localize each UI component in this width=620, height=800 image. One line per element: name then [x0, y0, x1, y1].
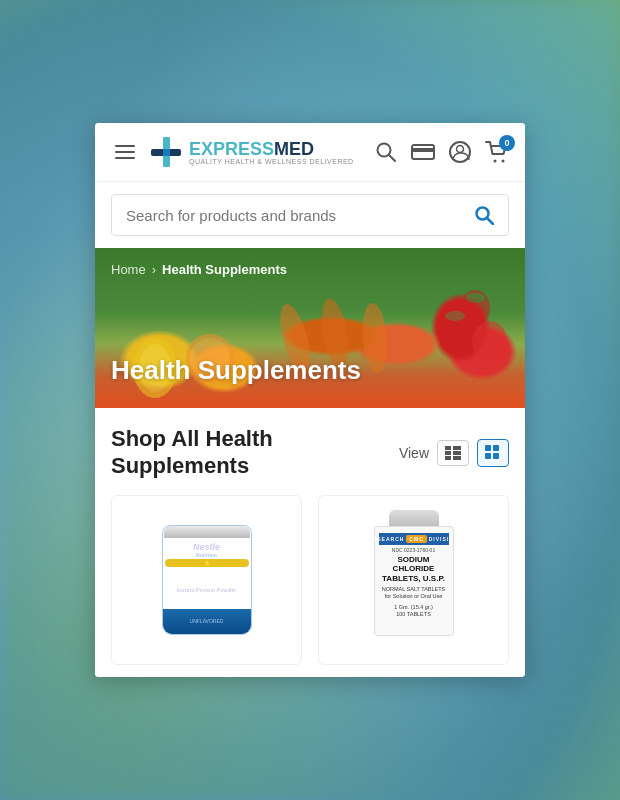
shop-title: Shop All Health Supplements: [111, 426, 399, 479]
svg-rect-33: [485, 445, 491, 451]
grid-view-icon: [485, 445, 501, 461]
svg-point-11: [494, 160, 497, 163]
can-top: [164, 526, 250, 538]
svg-line-14: [487, 218, 493, 224]
list-view-button[interactable]: [437, 440, 469, 466]
breadcrumb-home[interactable]: Home: [111, 262, 146, 277]
can-lines: [163, 580, 251, 587]
svg-rect-34: [493, 445, 499, 451]
cart-button[interactable]: 0: [485, 141, 509, 163]
bottle-subtitle: NORMAL SALT TABLETSfor Solution or Oral …: [382, 586, 446, 600]
bottle-ndc: NDC 0223-1760-01: [392, 547, 435, 553]
list-view-icon: [445, 446, 461, 460]
hamburger-line-2: [115, 151, 135, 153]
search-icon: [375, 141, 397, 163]
svg-line-6: [389, 155, 395, 161]
svg-point-10: [457, 146, 464, 153]
bottle-body: RESEARCH CMC DIVISION NDC 0223-1760-01 S…: [374, 526, 454, 636]
search-input[interactable]: [126, 207, 474, 224]
account-button[interactable]: [449, 141, 471, 163]
shop-header: Shop All Health Supplements View: [111, 426, 509, 479]
product-card-beneprotein[interactable]: Nestle Nutrition ⭐ Beneprotein Instant P…: [111, 495, 302, 665]
can-badge: ⭐: [165, 559, 249, 567]
breadcrumb: Home › Health Supplements: [111, 262, 287, 277]
product-grid: Nestle Nutrition ⭐ Beneprotein Instant P…: [111, 495, 509, 665]
svg-point-23: [472, 321, 508, 365]
logo-cross-icon: [149, 135, 183, 169]
svg-rect-30: [453, 451, 461, 455]
view-label: View: [399, 445, 429, 461]
shop-section: Shop All Health Supplements View: [95, 408, 525, 677]
breadcrumb-current: Health Supplements: [162, 262, 287, 277]
cart-badge: 0: [499, 135, 515, 151]
can-line-3: [171, 586, 241, 587]
logo-text: EXPRESSMED QUALITY HEALTH & WELLNESS DEL…: [189, 140, 354, 165]
breadcrumb-separator: ›: [152, 262, 156, 277]
search-bar[interactable]: [111, 194, 509, 236]
main-card: EXPRESSMED QUALITY HEALTH & WELLNESS DEL…: [95, 123, 525, 677]
can-sub-label: Nutrition: [165, 552, 249, 558]
hamburger-line-3: [115, 157, 135, 159]
can-bottom: UNFLAVORED: [163, 609, 251, 634]
beneprotein-product: Nestle Nutrition ⭐ Beneprotein Instant P…: [147, 510, 267, 650]
logo-area[interactable]: EXPRESSMED QUALITY HEALTH & WELLNESS DEL…: [149, 135, 365, 169]
can-bottom-label: UNFLAVORED: [190, 618, 224, 624]
svg-rect-27: [445, 446, 451, 450]
can-description: Instant Protein Powder: [165, 587, 249, 593]
svg-point-12: [502, 160, 505, 163]
can-line-2: [171, 583, 241, 584]
svg-point-21: [360, 302, 390, 374]
hamburger-line-1: [115, 145, 135, 147]
svg-rect-3: [163, 155, 170, 167]
search-icon-button[interactable]: [375, 141, 397, 163]
sodium-chloride-bottle: RESEARCH CMC DIVISION NDC 0223-1760-01 S…: [364, 510, 464, 650]
hero-title: Health Supplements: [111, 355, 361, 386]
search-submit-button[interactable]: [474, 205, 494, 225]
logo-tagline: QUALITY HEALTH & WELLNESS DELIVERED: [189, 158, 354, 165]
svg-point-25: [465, 293, 485, 303]
header-icons: 0: [375, 141, 509, 163]
bottle-product-name: SODIUM CHLORIDE TABLETS, U.S.P.: [379, 555, 449, 584]
site-header: EXPRESSMED QUALITY HEALTH & WELLNESS DEL…: [95, 123, 525, 182]
card-icon: [411, 143, 435, 161]
svg-rect-29: [445, 451, 451, 455]
hero-banner: Home › Health Supplements Health Supplem…: [95, 248, 525, 408]
can-brand-label: Nestle: [165, 542, 249, 552]
logo-name: EXPRESSMED: [189, 140, 354, 158]
svg-rect-28: [453, 446, 461, 450]
payment-card-button[interactable]: [411, 143, 435, 161]
product-card-sodium-chloride[interactable]: RESEARCH CMC DIVISION NDC 0223-1760-01 S…: [318, 495, 509, 665]
beneprotein-can: Nestle Nutrition ⭐ Beneprotein Instant P…: [162, 525, 252, 635]
svg-point-26: [445, 311, 465, 321]
bottle-dosage: 1 Gm. (15.4 gr.)100 TABLETS: [394, 604, 433, 618]
svg-rect-4: [163, 149, 170, 156]
hamburger-menu-button[interactable]: [111, 141, 139, 163]
svg-rect-8: [412, 148, 434, 152]
grid-view-button[interactable]: [477, 439, 509, 467]
svg-rect-2: [163, 137, 170, 149]
cmc-badge: CMC: [406, 535, 426, 543]
bottle-brand-bar: RESEARCH CMC DIVISION: [379, 533, 449, 545]
svg-rect-32: [453, 456, 461, 460]
logo-med: MED: [274, 139, 314, 159]
account-icon: [449, 141, 471, 163]
svg-rect-31: [445, 456, 451, 460]
search-submit-icon: [474, 205, 494, 225]
view-controls: View: [399, 439, 509, 467]
logo-express: EXPRESS: [189, 139, 274, 159]
svg-rect-36: [493, 453, 499, 459]
can-line-1: [171, 580, 241, 581]
svg-rect-35: [485, 453, 491, 459]
